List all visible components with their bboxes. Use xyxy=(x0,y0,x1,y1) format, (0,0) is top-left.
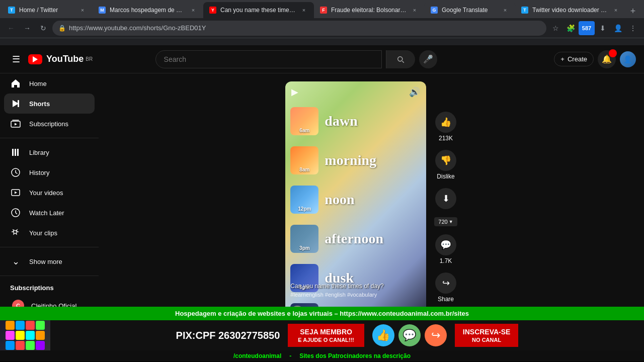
time-label-dawn: dawn xyxy=(325,113,357,129)
svg-rect-0 xyxy=(18,100,19,107)
play-button[interactable]: ▶ xyxy=(291,86,298,98)
sidebar-icon-watch-later xyxy=(10,207,21,218)
youtube-header: ☰ YouTubeBR 🎤 + Create 🔔 👤 xyxy=(0,45,644,73)
like-button[interactable]: 👍 213K xyxy=(435,112,456,142)
comments-button[interactable]: 💬 1.7K xyxy=(435,234,456,264)
sidebar-icon-library xyxy=(10,147,21,158)
close-tab-button[interactable]: × xyxy=(78,6,87,14)
close-tab-button[interactable]: × xyxy=(300,6,308,14)
address-bar[interactable]: 🔒 https://www.youtube.com/shorts/Gno-zBE… xyxy=(52,21,546,36)
new-tab-button[interactable]: + xyxy=(626,4,640,18)
sidebar-icon-shorts xyxy=(10,98,21,109)
close-tab-button[interactable]: × xyxy=(411,6,419,14)
sidebar-item-history[interactable]: History xyxy=(4,162,95,183)
close-tab-button[interactable]: × xyxy=(501,6,509,14)
sidebar-item-your-videos[interactable]: Your videos xyxy=(4,183,95,203)
sidebar-icon-subscriptions xyxy=(10,118,21,129)
notification-button[interactable]: 🔔 xyxy=(598,50,616,68)
mic-button[interactable]: 🎤 xyxy=(419,50,437,68)
download-icon[interactable]: ⬇ xyxy=(596,21,610,35)
youtube-logo[interactable]: YouTubeBR xyxy=(28,54,93,64)
ad-banner: Hospedagem e criação de websites e lojas… xyxy=(0,307,644,362)
ad-thumb-img xyxy=(0,320,50,350)
menu-icon[interactable]: ☰ xyxy=(8,50,24,69)
notification-badge xyxy=(609,49,617,57)
browser-tab-t6[interactable]: T Twitter video downloader onli... × xyxy=(515,2,626,18)
dislike-icon: 👎 xyxy=(435,150,456,171)
bookmark-star-icon[interactable]: ☆ xyxy=(548,21,562,35)
back-button[interactable]: ← xyxy=(4,21,18,35)
time-thumb-afternoon: 3pm xyxy=(290,225,318,253)
tb-button[interactable]: 587 xyxy=(579,21,595,35)
short-tags: #learnenglish #english #vocabulary xyxy=(290,292,421,298)
settings-icon[interactable]: ⋮ xyxy=(626,21,640,35)
dislike-label: Dislike xyxy=(437,173,454,180)
sidebar-item-your-clips[interactable]: Your clips xyxy=(4,223,95,243)
ad-bottom-sep: - xyxy=(289,352,291,359)
sidebar-item-show-more[interactable]: ⌄ Show more xyxy=(4,251,95,272)
ad-top-bar: Hospedagem e criação de websites e lojas… xyxy=(0,307,644,320)
time-row-noon: 12pm noon xyxy=(285,180,426,219)
ad-bottom-right: Sites dos Patrocinadores na descrição xyxy=(299,352,411,359)
search-input-wrap xyxy=(155,50,382,68)
comment-icon: 💬 xyxy=(435,234,456,255)
quality-badge[interactable]: 720 ▼ xyxy=(434,217,457,226)
nav-bar: ← → ↻ 🔒 https://www.youtube.com/shorts/G… xyxy=(0,18,644,38)
chevron-down-icon: ▼ xyxy=(449,219,453,224)
sidebar-item-home[interactable]: Home xyxy=(4,73,95,94)
tab-title: Twitter video downloader onli... xyxy=(532,7,608,14)
sidebar-item-watch-later[interactable]: Watch Later xyxy=(4,203,95,223)
sidebar-divider-1 xyxy=(0,138,99,138)
time-label-morning: morning xyxy=(325,152,376,168)
sidebar-item-shorts[interactable]: Shorts xyxy=(4,94,95,114)
browser-tab-t2[interactable]: M Marcos hospedagem de webs... × xyxy=(93,2,203,18)
share-label: Share xyxy=(438,296,454,303)
search-input[interactable] xyxy=(156,55,381,63)
user-avatar[interactable]: 👤 xyxy=(620,51,636,67)
ad-thumbup-icon: 👍 xyxy=(372,324,394,346)
sidebar-item-subscriptions[interactable]: Subscriptions xyxy=(4,114,95,134)
like-icon: 👍 xyxy=(435,112,456,133)
sidebar-label-watch-later: Watch Later xyxy=(29,209,64,217)
time-thumb-morning: 8am xyxy=(290,146,318,174)
browser-tab-t5[interactable]: G Google Translate × xyxy=(425,2,515,18)
tab-title: Can you name these times of d... xyxy=(220,7,296,14)
address-text: https://www.youtube.com/shorts/Gno-zBED0… xyxy=(69,24,540,32)
short-player[interactable]: ▶ 🔊 6am dawn 8am morning 12pm noon 3pm a… xyxy=(285,81,426,328)
close-tab-button[interactable]: × xyxy=(612,6,620,14)
download-button[interactable]: ⬇ xyxy=(435,188,456,209)
reload-button[interactable]: ↻ xyxy=(36,21,50,35)
short-bottom: Can you name these times of day? #learne… xyxy=(290,283,421,298)
search-button[interactable] xyxy=(386,50,415,68)
tab-favicon: T xyxy=(521,7,528,14)
forward-button[interactable]: → xyxy=(20,21,34,35)
sidebar-divider-2 xyxy=(0,247,99,247)
sidebar-label-library: Library xyxy=(29,149,49,156)
tab-bar: T Home / Twitter × M Marcos hospedagem d… xyxy=(0,0,644,18)
profile-icon[interactable]: 👤 xyxy=(611,21,625,35)
yt-country-label: BR xyxy=(86,56,93,62)
header-right: + Create 🔔 👤 xyxy=(554,50,636,68)
tab-title: Home / Twitter xyxy=(19,7,74,14)
time-row-dawn: 6am dawn xyxy=(285,102,426,141)
browser-tab-t4[interactable]: F Fraude eleitoral: Bolsonaro de... × xyxy=(314,2,425,18)
time-row-morning: 8am morning xyxy=(285,141,426,180)
dislike-button[interactable]: 👎 Dislike xyxy=(435,150,456,180)
short-description: Can you name these times of day? xyxy=(290,283,421,290)
ad-center: PIX:CPF 26302775850 SEJA MEMBRO E AJUDE … xyxy=(50,320,644,350)
sidebar-item-library[interactable]: Library xyxy=(4,142,95,162)
ad-member-block: SEJA MEMBRO E AJUDE O CANAL!!! xyxy=(288,324,364,347)
share-button[interactable]: ↪ Share xyxy=(435,273,456,303)
extensions-icon[interactable]: 🧩 xyxy=(564,21,578,35)
browser-tab-t1[interactable]: T Home / Twitter × xyxy=(2,2,93,18)
sidebar-icon-your-videos xyxy=(10,187,21,198)
browser-tab-t3[interactable]: Y Can you name these times of d... × xyxy=(203,2,314,18)
short-player-wrap: ▶ 🔊 6am dawn 8am morning 12pm noon 3pm a… xyxy=(285,81,457,332)
create-button[interactable]: + Create xyxy=(554,52,594,66)
volume-button[interactable]: 🔊 xyxy=(409,86,420,98)
sidebar-icon-your-clips xyxy=(10,227,21,238)
close-tab-button[interactable]: × xyxy=(189,6,197,14)
browser-chrome: T Home / Twitter × M Marcos hospedagem d… xyxy=(0,0,644,45)
tab-favicon: M xyxy=(99,7,106,14)
sidebar-label-home: Home xyxy=(29,80,47,87)
